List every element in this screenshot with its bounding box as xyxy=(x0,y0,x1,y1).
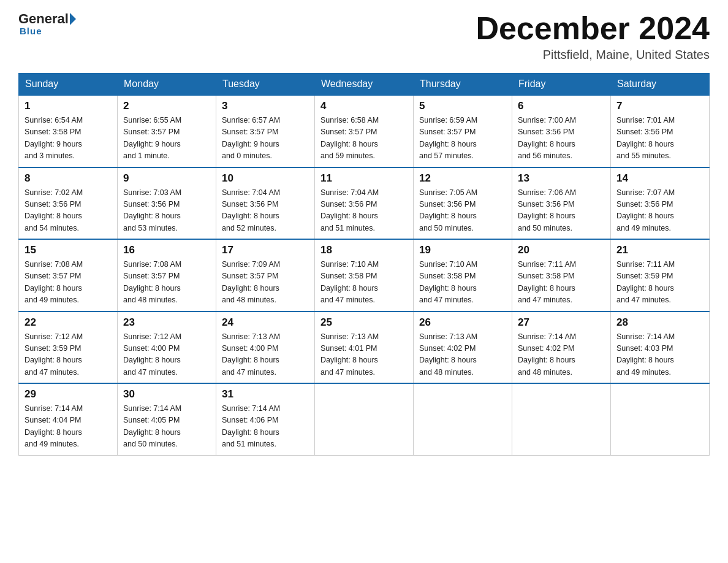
calendar-cell xyxy=(414,383,512,455)
day-number: 31 xyxy=(222,388,309,400)
day-info: Sunrise: 7:14 AMSunset: 4:02 PMDaylight:… xyxy=(518,331,605,379)
day-info: Sunrise: 7:04 AMSunset: 3:56 PMDaylight:… xyxy=(320,187,408,235)
day-number: 25 xyxy=(320,316,408,329)
calendar-cell xyxy=(512,383,611,455)
day-info: Sunrise: 6:55 AMSunset: 3:57 PMDaylight:… xyxy=(123,115,210,163)
calendar-table: SundayMondayTuesdayWednesdayThursdayFrid… xyxy=(18,73,710,456)
calendar-cell: 8 Sunrise: 7:02 AMSunset: 3:56 PMDayligh… xyxy=(19,167,118,240)
day-info: Sunrise: 7:13 AMSunset: 4:00 PMDaylight:… xyxy=(222,331,309,379)
calendar-cell: 4 Sunrise: 6:58 AMSunset: 3:57 PMDayligh… xyxy=(315,95,414,167)
day-info: Sunrise: 7:05 AMSunset: 3:56 PMDaylight:… xyxy=(419,187,506,235)
calendar-header-row: SundayMondayTuesdayWednesdayThursdayFrid… xyxy=(19,74,710,96)
calendar-cell: 10 Sunrise: 7:04 AMSunset: 3:56 PMDaylig… xyxy=(216,167,315,240)
day-info: Sunrise: 7:03 AMSunset: 3:56 PMDaylight:… xyxy=(123,187,210,235)
day-number: 30 xyxy=(123,388,210,400)
day-number: 13 xyxy=(518,172,605,185)
day-number: 21 xyxy=(616,244,703,256)
day-info: Sunrise: 6:57 AMSunset: 3:57 PMDaylight:… xyxy=(222,115,309,163)
day-info: Sunrise: 7:07 AMSunset: 3:56 PMDaylight:… xyxy=(616,187,703,235)
calendar-week-row: 29 Sunrise: 7:14 AMSunset: 4:04 PMDaylig… xyxy=(19,383,710,455)
day-info: Sunrise: 7:12 AMSunset: 4:00 PMDaylight:… xyxy=(123,331,210,379)
calendar-cell: 13 Sunrise: 7:06 AMSunset: 3:56 PMDaylig… xyxy=(512,167,611,240)
day-number: 10 xyxy=(222,172,309,185)
calendar-cell: 17 Sunrise: 7:09 AMSunset: 3:57 PMDaylig… xyxy=(216,239,315,312)
calendar-cell: 7 Sunrise: 7:01 AMSunset: 3:56 PMDayligh… xyxy=(611,95,710,167)
day-number: 12 xyxy=(419,172,506,185)
day-info: Sunrise: 7:10 AMSunset: 3:58 PMDaylight:… xyxy=(419,259,506,307)
calendar-cell: 5 Sunrise: 6:59 AMSunset: 3:57 PMDayligh… xyxy=(414,95,512,167)
logo: General Blue xyxy=(18,12,76,36)
calendar-cell: 15 Sunrise: 7:08 AMSunset: 3:57 PMDaylig… xyxy=(19,239,118,312)
day-number: 28 xyxy=(616,316,703,329)
column-header-monday: Monday xyxy=(118,74,216,96)
day-number: 27 xyxy=(518,316,605,329)
day-info: Sunrise: 7:14 AMSunset: 4:03 PMDaylight:… xyxy=(616,331,703,379)
calendar-week-row: 22 Sunrise: 7:12 AMSunset: 3:59 PMDaylig… xyxy=(19,312,710,384)
day-number: 9 xyxy=(123,172,210,185)
day-number: 6 xyxy=(518,100,605,112)
calendar-cell: 26 Sunrise: 7:13 AMSunset: 4:02 PMDaylig… xyxy=(414,312,512,384)
day-number: 26 xyxy=(419,316,506,329)
day-info: Sunrise: 7:08 AMSunset: 3:57 PMDaylight:… xyxy=(25,259,112,307)
calendar-cell: 29 Sunrise: 7:14 AMSunset: 4:04 PMDaylig… xyxy=(19,383,118,455)
day-number: 3 xyxy=(222,100,309,112)
calendar-cell: 14 Sunrise: 7:07 AMSunset: 3:56 PMDaylig… xyxy=(611,167,710,240)
logo-general-text: General xyxy=(18,12,69,26)
day-number: 24 xyxy=(222,316,309,329)
calendar-cell: 12 Sunrise: 7:05 AMSunset: 3:56 PMDaylig… xyxy=(414,167,512,240)
day-number: 5 xyxy=(419,100,506,112)
day-info: Sunrise: 7:13 AMSunset: 4:02 PMDaylight:… xyxy=(419,331,506,379)
day-number: 4 xyxy=(320,100,408,112)
day-info: Sunrise: 7:10 AMSunset: 3:58 PMDaylight:… xyxy=(320,259,408,307)
day-info: Sunrise: 6:59 AMSunset: 3:57 PMDaylight:… xyxy=(419,115,506,163)
day-info: Sunrise: 7:13 AMSunset: 4:01 PMDaylight:… xyxy=(320,331,408,379)
column-header-friday: Friday xyxy=(512,74,611,96)
column-header-thursday: Thursday xyxy=(414,74,512,96)
day-number: 1 xyxy=(25,100,112,112)
calendar-cell: 23 Sunrise: 7:12 AMSunset: 4:00 PMDaylig… xyxy=(118,312,216,384)
page-header: General Blue December 2024 Pittsfield, M… xyxy=(18,12,710,62)
day-number: 2 xyxy=(123,100,210,112)
day-number: 8 xyxy=(25,172,112,185)
day-number: 22 xyxy=(25,316,112,329)
day-info: Sunrise: 7:08 AMSunset: 3:57 PMDaylight:… xyxy=(123,259,210,307)
column-header-sunday: Sunday xyxy=(19,74,118,96)
day-number: 11 xyxy=(320,172,408,185)
day-info: Sunrise: 7:01 AMSunset: 3:56 PMDaylight:… xyxy=(616,115,703,163)
calendar-cell: 31 Sunrise: 7:14 AMSunset: 4:06 PMDaylig… xyxy=(216,383,315,455)
calendar-cell xyxy=(611,383,710,455)
day-info: Sunrise: 7:02 AMSunset: 3:56 PMDaylight:… xyxy=(25,187,112,235)
day-info: Sunrise: 7:00 AMSunset: 3:56 PMDaylight:… xyxy=(518,115,605,163)
column-header-tuesday: Tuesday xyxy=(216,74,315,96)
day-info: Sunrise: 7:11 AMSunset: 3:59 PMDaylight:… xyxy=(616,259,703,307)
day-number: 14 xyxy=(616,172,703,185)
logo-arrow-icon xyxy=(70,13,76,25)
calendar-cell: 1 Sunrise: 6:54 AMSunset: 3:58 PMDayligh… xyxy=(19,95,118,167)
day-info: Sunrise: 7:12 AMSunset: 3:59 PMDaylight:… xyxy=(25,331,112,379)
calendar-week-row: 15 Sunrise: 7:08 AMSunset: 3:57 PMDaylig… xyxy=(19,239,710,312)
calendar-cell: 19 Sunrise: 7:10 AMSunset: 3:58 PMDaylig… xyxy=(414,239,512,312)
day-number: 15 xyxy=(25,244,112,256)
day-info: Sunrise: 7:14 AMSunset: 4:06 PMDaylight:… xyxy=(222,403,309,451)
day-info: Sunrise: 6:58 AMSunset: 3:57 PMDaylight:… xyxy=(320,115,408,163)
day-info: Sunrise: 7:06 AMSunset: 3:56 PMDaylight:… xyxy=(518,187,605,235)
calendar-cell: 27 Sunrise: 7:14 AMSunset: 4:02 PMDaylig… xyxy=(512,312,611,384)
day-number: 29 xyxy=(25,388,112,400)
day-info: Sunrise: 7:14 AMSunset: 4:04 PMDaylight:… xyxy=(25,403,112,451)
calendar-cell: 9 Sunrise: 7:03 AMSunset: 3:56 PMDayligh… xyxy=(118,167,216,240)
day-info: Sunrise: 7:14 AMSunset: 4:05 PMDaylight:… xyxy=(123,403,210,451)
day-number: 20 xyxy=(518,244,605,256)
calendar-cell: 2 Sunrise: 6:55 AMSunset: 3:57 PMDayligh… xyxy=(118,95,216,167)
day-info: Sunrise: 7:11 AMSunset: 3:58 PMDaylight:… xyxy=(518,259,605,307)
calendar-cell: 3 Sunrise: 6:57 AMSunset: 3:57 PMDayligh… xyxy=(216,95,315,167)
calendar-cell: 18 Sunrise: 7:10 AMSunset: 3:58 PMDaylig… xyxy=(315,239,414,312)
day-info: Sunrise: 6:54 AMSunset: 3:58 PMDaylight:… xyxy=(25,115,112,163)
location-title: Pittsfield, Maine, United States xyxy=(476,48,710,62)
calendar-cell: 22 Sunrise: 7:12 AMSunset: 3:59 PMDaylig… xyxy=(19,312,118,384)
calendar-cell: 21 Sunrise: 7:11 AMSunset: 3:59 PMDaylig… xyxy=(611,239,710,312)
calendar-cell: 16 Sunrise: 7:08 AMSunset: 3:57 PMDaylig… xyxy=(118,239,216,312)
calendar-cell xyxy=(315,383,414,455)
day-info: Sunrise: 7:09 AMSunset: 3:57 PMDaylight:… xyxy=(222,259,309,307)
calendar-cell: 24 Sunrise: 7:13 AMSunset: 4:00 PMDaylig… xyxy=(216,312,315,384)
calendar-cell: 11 Sunrise: 7:04 AMSunset: 3:56 PMDaylig… xyxy=(315,167,414,240)
